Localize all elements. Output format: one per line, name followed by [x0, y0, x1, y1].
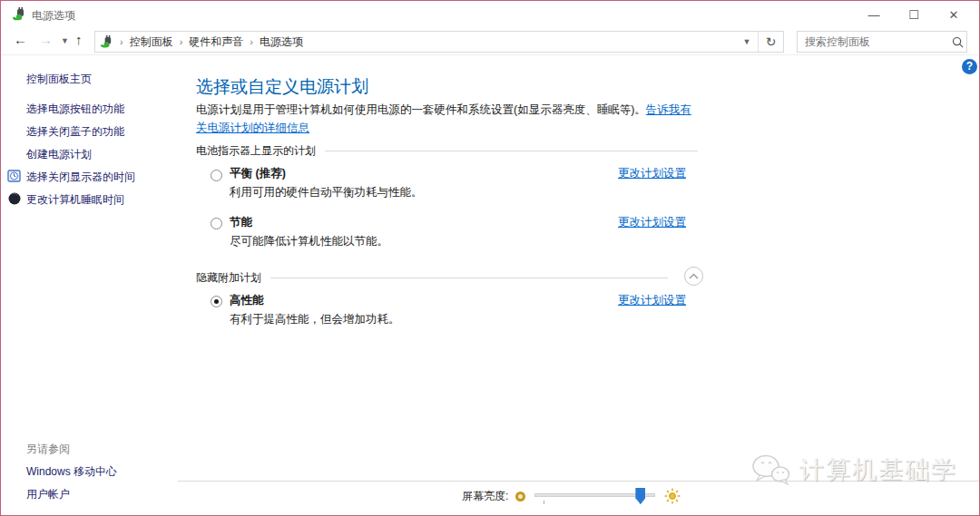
- sidebar-item-mobility-center[interactable]: Windows 移动中心: [26, 464, 117, 480]
- page-title: 选择或自定义电源计划: [196, 75, 368, 99]
- slider-tick: [544, 501, 544, 504]
- section-divider: [325, 151, 698, 151]
- watermark: 计算机基础学: [750, 453, 957, 487]
- section-battery-plans: 电池指示器上显示的计划: [196, 143, 698, 159]
- section-divider: [270, 277, 668, 278]
- sidebar-item-display-off-time[interactable]: 选择关闭显示器的时间: [26, 170, 135, 185]
- plan-desc-power-saver: 尽可能降低计算机性能以节能。: [230, 234, 388, 249]
- clock-icon: [7, 169, 22, 183]
- maximize-button[interactable]: ☐: [894, 1, 934, 28]
- breadcrumb-chevron-icon: ›: [120, 36, 123, 47]
- bottom-divider: [178, 481, 980, 482]
- title-bar: 电源选项 — ☐ ✕: [1, 1, 979, 28]
- change-plan-settings-link-power-saver[interactable]: 更改计划设置: [618, 215, 686, 230]
- sleep-icon: [7, 191, 22, 206]
- slider-thumb[interactable]: [635, 488, 645, 504]
- plan-name-high-performance[interactable]: 高性能: [230, 293, 264, 308]
- see-also-header: 另请参阅: [26, 442, 70, 457]
- section-battery-label: 电池指示器上显示的计划: [196, 143, 316, 159]
- intro-paragraph: 电源计划是用于管理计算机如何使用电源的一套硬件和系统设置(如显示器亮度、睡眠等)…: [196, 101, 701, 138]
- minimize-button[interactable]: —: [854, 1, 894, 28]
- breadcrumb-control-panel[interactable]: 控制面板: [130, 34, 173, 50]
- brightness-sun-icon: [664, 488, 681, 504]
- plan-desc-balanced: 利用可用的硬件自动平衡功耗与性能。: [230, 185, 423, 200]
- sidebar-item-power-buttons[interactable]: 选择电源按钮的功能: [26, 102, 124, 117]
- radio-high-performance[interactable]: [211, 296, 222, 307]
- address-dropdown-icon[interactable]: ▼: [736, 37, 758, 46]
- power-plug-icon: [12, 7, 26, 25]
- breadcrumb-hardware-sound[interactable]: 硬件和声音: [189, 34, 243, 50]
- sidebar-item-sleep-time[interactable]: 更改计算机睡眠时间: [26, 192, 124, 208]
- forward-icon: →: [39, 32, 53, 47]
- sidebar-item-lid-close[interactable]: 选择关闭盖子的功能: [26, 124, 124, 140]
- brightness-dim-icon: [515, 492, 525, 501]
- navigation-toolbar: ← → ▼ ↑ › 控制面板 › 硬件和声音 ›: [1, 28, 979, 55]
- search-input[interactable]: [798, 35, 949, 48]
- plan-name-power-saver[interactable]: 节能: [230, 215, 252, 230]
- brightness-label: 屏幕亮度:: [462, 489, 508, 504]
- change-plan-settings-link-balanced[interactable]: 更改计划设置: [618, 166, 686, 181]
- breadcrumb-chevron-icon: ›: [180, 36, 183, 47]
- back-icon[interactable]: ←: [14, 32, 27, 47]
- sidebar-item-create-plan[interactable]: 创建电源计划: [26, 147, 92, 162]
- help-icon[interactable]: ?: [962, 59, 977, 74]
- sidebar-item-user-accounts[interactable]: 用户帐户: [26, 487, 70, 502]
- chevron-up-icon: [689, 273, 699, 279]
- collapse-section-button[interactable]: [684, 267, 703, 286]
- power-options-window: 电源选项 — ☐ ✕ ← → ▼ ↑ ›: [0, 0, 980, 516]
- window-title: 电源选项: [32, 8, 75, 24]
- radio-balanced[interactable]: [211, 170, 222, 181]
- sidebar-item-control-panel-home[interactable]: 控制面板主页: [26, 72, 92, 87]
- plan-desc-high-performance: 有利于提高性能，但会增加功耗。: [230, 312, 400, 327]
- wechat-bubbles-icon: [750, 453, 792, 487]
- radio-power-saver[interactable]: [211, 218, 222, 229]
- breadcrumb-power-options[interactable]: 电源选项: [260, 34, 303, 50]
- search-box[interactable]: [797, 31, 967, 53]
- intro-text: 电源计划是用于管理计算机如何使用电源的一套硬件和系统设置(如显示器亮度、睡眠等)…: [196, 103, 646, 116]
- search-icon[interactable]: [949, 36, 966, 48]
- address-bar[interactable]: › 控制面板 › 硬件和声音 › 电源选项 ▼ ↻: [94, 31, 784, 53]
- address-power-plug-icon: [100, 35, 113, 49]
- breadcrumb-chevron-icon: ›: [250, 36, 253, 47]
- history-chevron-icon[interactable]: ▼: [61, 36, 69, 45]
- sidebar: 控制面板主页 选择电源按钮的功能 选择关闭盖子的功能 创建电源计划 选择关闭显示…: [1, 55, 182, 516]
- close-button[interactable]: ✕: [934, 1, 974, 28]
- section-hidden-plans: 隐藏附加计划: [196, 270, 668, 286]
- up-icon[interactable]: ↑: [75, 32, 83, 47]
- refresh-icon[interactable]: ↻: [758, 32, 783, 52]
- brightness-control: 屏幕亮度:: [462, 487, 681, 505]
- section-hidden-label: 隐藏附加计划: [196, 270, 261, 286]
- brightness-slider[interactable]: [534, 487, 655, 505]
- change-plan-settings-link-high-performance[interactable]: 更改计划设置: [618, 293, 686, 308]
- plan-name-balanced[interactable]: 平衡 (推荐): [230, 166, 286, 181]
